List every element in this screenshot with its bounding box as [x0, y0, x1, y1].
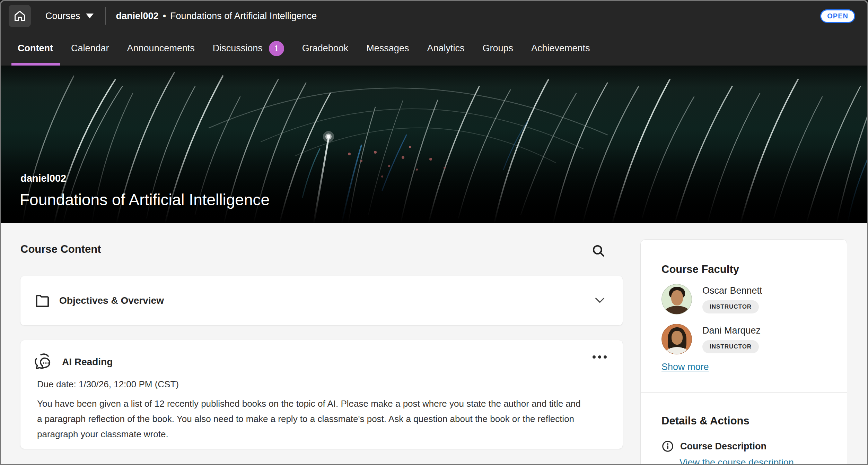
tab-calendar[interactable]: Calendar [71, 31, 109, 66]
course-description-label: Course Description [680, 441, 766, 452]
tab-announcements-label: Announcements [127, 43, 195, 54]
tab-messages[interactable]: Messages [366, 31, 409, 66]
ellipsis-icon [598, 355, 601, 359]
home-button[interactable] [9, 5, 31, 27]
course-open-status-badge[interactable]: OPEN [820, 9, 855, 23]
details-actions-heading: Details & Actions [661, 415, 749, 427]
tab-groups[interactable]: Groups [482, 31, 513, 66]
breadcrumb-separator: • [163, 11, 166, 21]
faculty-role-badge: INSTRUCTOR [702, 300, 759, 313]
breadcrumb-course-id: daniel002 [116, 11, 159, 21]
course-nav: Content Calendar Announcements Discussio… [1, 31, 867, 66]
browser-window: Courses daniel002 • Foundations of Artif… [0, 0, 868, 465]
courses-dropdown[interactable]: Courses [45, 11, 94, 21]
faculty-role-badge: INSTRUCTOR [702, 340, 759, 353]
topbar-divider [105, 7, 106, 25]
tab-gradebook[interactable]: Gradebook [302, 31, 349, 66]
discussion-title-link[interactable]: AI Reading [62, 356, 113, 368]
tab-analytics-label: Analytics [427, 43, 464, 54]
search-button[interactable] [590, 242, 607, 259]
tab-discussions-label: Discussions [213, 43, 263, 54]
faculty-name: Dani Marquez [702, 325, 761, 336]
discussions-count-badge: 1 [269, 41, 284, 56]
expand-folder-button[interactable] [593, 293, 607, 308]
tab-messages-label: Messages [366, 43, 409, 54]
main-area: Course Content Objectives & Overview [1, 223, 867, 465]
show-more-link[interactable]: Show more [661, 362, 709, 372]
tab-calendar-label: Calendar [71, 43, 109, 54]
tab-achievements[interactable]: Achievements [531, 31, 590, 66]
sidebar-divider [641, 392, 847, 393]
breadcrumb-course-title: Foundations of Artificial Intelligence [170, 11, 317, 21]
banner-course-id: daniel002 [20, 173, 66, 184]
tab-analytics[interactable]: Analytics [427, 31, 464, 66]
course-description-row: Course Description [661, 440, 766, 453]
home-icon [14, 10, 26, 22]
tab-content[interactable]: Content [18, 31, 53, 66]
tab-content-label: Content [18, 43, 53, 54]
avatar [661, 284, 692, 315]
discussion-description: You have been given a list of 12 recentl… [37, 396, 581, 442]
chevron-down-icon [593, 293, 607, 307]
courses-label: Courses [45, 11, 80, 21]
avatar [661, 324, 692, 354]
content-item-objectives-overview[interactable]: Objectives & Overview [20, 276, 623, 326]
tab-announcements[interactable]: Announcements [127, 31, 195, 66]
faculty-row: Oscar Bennett INSTRUCTOR [661, 284, 762, 315]
ellipsis-icon [604, 355, 607, 359]
folder-icon [34, 293, 50, 309]
course-sidebar: Course Faculty Oscar Bennett INSTRUCTOR … [640, 239, 847, 465]
tab-discussions[interactable]: Discussions 1 [213, 31, 284, 66]
faculty-name: Oscar Bennett [702, 285, 762, 296]
content-item-ai-reading: AI Reading Due date: 1/30/26, 12:00 PM (… [20, 340, 623, 449]
banner-course-title: Foundations of Artificial Intelligence [20, 190, 270, 209]
due-date: Due date: 1/30/26, 12:00 PM (CST) [37, 379, 605, 390]
ellipsis-icon [593, 355, 596, 359]
page-title: Course Content [20, 243, 101, 256]
content-item-title: Objectives & Overview [59, 295, 164, 306]
breadcrumb: daniel002 • Foundations of Artificial In… [116, 11, 317, 21]
faculty-row: Dani Marquez INSTRUCTOR [661, 324, 761, 354]
course-banner: daniel002 Foundations of Artificial Inte… [1, 66, 867, 223]
info-icon [661, 440, 674, 453]
view-course-description-link[interactable]: View the course description [680, 457, 794, 465]
top-bar: Courses daniel002 • Foundations of Artif… [1, 1, 867, 31]
discussion-icon [34, 353, 54, 371]
tab-gradebook-label: Gradebook [302, 43, 349, 54]
search-icon [591, 243, 606, 258]
tab-groups-label: Groups [482, 43, 513, 54]
course-faculty-heading: Course Faculty [661, 263, 847, 276]
tab-achievements-label: Achievements [531, 43, 590, 54]
item-options-button[interactable] [593, 355, 607, 359]
chevron-down-icon [86, 14, 94, 18]
discussion-header: AI Reading [34, 353, 605, 371]
